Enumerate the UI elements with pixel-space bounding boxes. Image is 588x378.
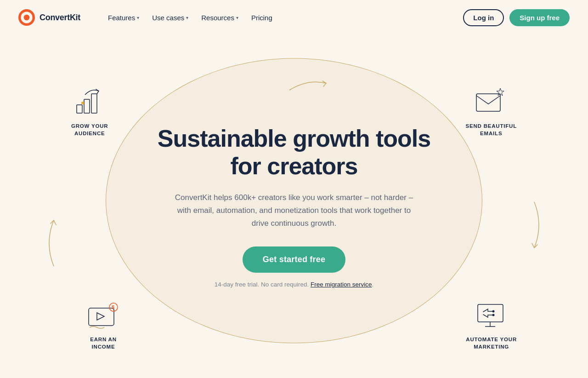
svg-point-15 (492, 314, 494, 316)
top-arrow (285, 76, 331, 97)
nav-features[interactable]: Features ▾ (102, 10, 145, 25)
feature-email-label: SEND BEAUTIFUL EMAILS (465, 122, 517, 137)
trial-text: 14-day free trial. No card required. Fre… (158, 281, 430, 288)
svg-point-5 (81, 102, 84, 104)
left-arrow (42, 216, 61, 273)
automate-marketing-icon (473, 299, 510, 331)
logo-icon (18, 9, 35, 26)
svg-marker-8 (97, 313, 104, 320)
login-button[interactable]: Log in (463, 9, 504, 26)
get-started-button[interactable]: Get started free (243, 246, 345, 273)
right-arrow (527, 197, 546, 254)
svg-rect-2 (77, 105, 82, 113)
chevron-down-icon: ▾ (186, 15, 188, 20)
nav-resources[interactable]: Resources ▾ (196, 10, 244, 25)
nav-usecases[interactable]: Use cases ▾ (147, 10, 194, 25)
svg-point-14 (492, 310, 494, 312)
hero-subtitle: ConvertKit helps 600k+ creators like you… (175, 191, 413, 230)
grow-audience-icon (71, 86, 108, 118)
svg-rect-6 (476, 94, 500, 111)
svg-rect-4 (91, 94, 97, 113)
nav-links: Features ▾ Use cases ▾ Resources ▾ Prici… (102, 10, 463, 25)
svg-point-1 (24, 15, 30, 21)
hero-section: GROW YOUR AUDIENCE SEND BEAUTIFUL EMAILS… (0, 35, 588, 378)
migration-link[interactable]: Free migration service (311, 281, 372, 288)
feature-automate: AUTOMATE YOUR MARKETING (466, 299, 517, 350)
feature-earn: $ EARN AN INCOME (85, 299, 122, 350)
nav-pricing[interactable]: Pricing (246, 10, 278, 25)
feature-email: SEND BEAUTIFUL EMAILS (465, 86, 517, 137)
chevron-down-icon: ▾ (236, 15, 238, 20)
hero-content: Sustainable growth tools for creators Co… (158, 125, 430, 288)
svg-text:$: $ (112, 304, 114, 310)
logo-text: ConvertKit (40, 13, 80, 23)
feature-automate-label: AUTOMATE YOUR MARKETING (466, 336, 517, 350)
feature-grow-label: GROW YOUR AUDIENCE (71, 122, 108, 137)
send-email-icon (473, 86, 509, 118)
navbar: ConvertKit Features ▾ Use cases ▾ Resour… (0, 0, 588, 35)
svg-rect-3 (84, 99, 90, 113)
logo-link[interactable]: ConvertKit (18, 9, 80, 26)
feature-earn-label: EARN AN INCOME (90, 336, 117, 350)
signup-button[interactable]: Sign up free (509, 9, 570, 26)
svg-rect-11 (478, 304, 503, 322)
earn-income-icon: $ (85, 299, 122, 331)
svg-rect-7 (89, 308, 114, 326)
hero-title: Sustainable growth tools for creators (158, 125, 430, 180)
feature-grow: GROW YOUR AUDIENCE (71, 86, 108, 137)
chevron-down-icon: ▾ (137, 15, 139, 20)
nav-actions: Log in Sign up free (463, 9, 570, 26)
